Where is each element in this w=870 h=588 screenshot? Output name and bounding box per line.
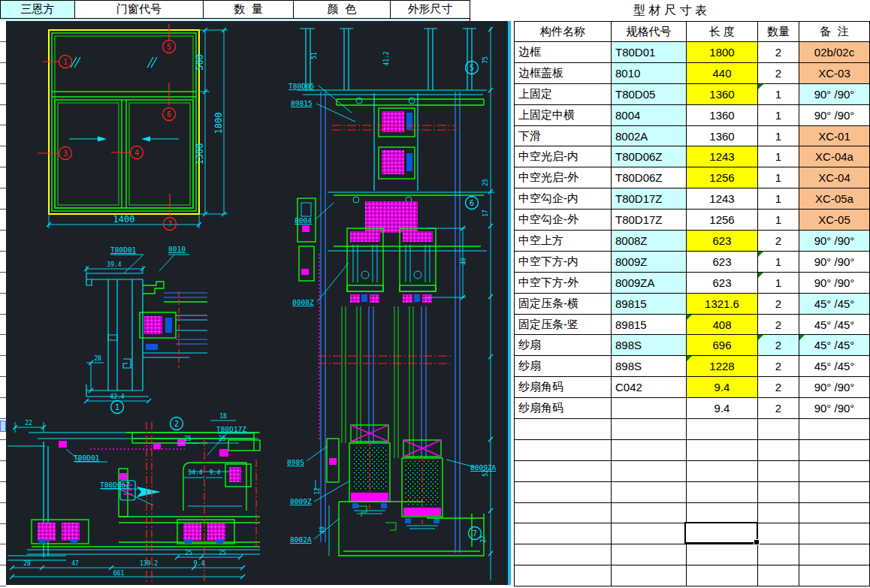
cell-qty[interactable]: 2	[758, 63, 799, 84]
cell-qty[interactable]	[758, 419, 799, 440]
cell-note[interactable]: XC-01	[799, 126, 870, 147]
cell-len[interactable]: 1360	[687, 105, 758, 126]
cell-note[interactable]: XC-05	[799, 210, 870, 231]
cell-note[interactable]: XC-03	[799, 63, 870, 84]
cell-len[interactable]: 440	[687, 63, 758, 84]
cell-note[interactable]: 90° /90°	[799, 252, 870, 273]
cell-code[interactable]: 8008Z	[612, 231, 687, 252]
cell-len[interactable]	[687, 440, 758, 461]
header-remark[interactable]: 备 注	[799, 22, 870, 42]
cell-len[interactable]: 1256	[687, 210, 758, 231]
cell-len[interactable]: 1256	[687, 167, 758, 188]
cell-name[interactable]: 固定压条-横	[515, 294, 612, 315]
cell-name[interactable]	[515, 419, 612, 440]
cell-name[interactable]	[515, 440, 612, 461]
header-quantity[interactable]: 数量	[758, 22, 799, 42]
cell-qty[interactable]: 1	[758, 273, 799, 294]
cell-name[interactable]: 边框	[515, 42, 612, 63]
cell-name[interactable]	[515, 482, 612, 503]
cell-qty[interactable]: 2	[758, 356, 799, 377]
cell-code[interactable]	[612, 440, 687, 461]
cell-qty[interactable]: 2	[758, 398, 799, 419]
cell-code[interactable]	[612, 523, 687, 544]
cell-len[interactable]: 1243	[687, 188, 758, 210]
cell-code[interactable]	[612, 482, 687, 503]
cell-name[interactable]: 中空下方-外	[515, 273, 612, 294]
cell-note[interactable]	[799, 523, 870, 544]
cell-len[interactable]	[687, 503, 758, 524]
cell-qty[interactable]: 1	[758, 105, 799, 126]
cell-name[interactable]: 上固定中横	[515, 105, 612, 126]
cell-code[interactable]	[612, 419, 687, 440]
cell-qty[interactable]	[758, 523, 799, 544]
cell-qty[interactable]	[758, 440, 799, 461]
cell-code[interactable]: C042	[612, 377, 687, 398]
cell-len[interactable]: 623	[687, 231, 758, 252]
cell-name[interactable]: 中空下方-内	[515, 252, 612, 273]
cell-name[interactable]: 纱扇	[515, 335, 612, 356]
cell-code[interactable]	[612, 544, 687, 565]
fill-handle[interactable]	[754, 539, 760, 545]
cell-note[interactable]	[799, 482, 870, 503]
cell-note[interactable]: XC-04	[799, 167, 870, 188]
cell-note[interactable]: 90° /90°	[799, 84, 870, 105]
cell-code[interactable]: T80D05	[612, 84, 687, 105]
cell-code[interactable]: T80D06Z	[612, 167, 687, 188]
cell-len[interactable]: 1321.6	[687, 294, 758, 315]
cell-name[interactable]	[515, 503, 612, 524]
cell-qty[interactable]: 2	[758, 377, 799, 398]
cell-note[interactable]: 90° /90°	[799, 377, 870, 398]
cell-qty[interactable]: 1	[758, 126, 799, 147]
cell-name[interactable]: 纱扇角码	[515, 377, 612, 398]
cell-code[interactable]	[612, 565, 687, 586]
cell-qty[interactable]: 1	[758, 188, 799, 210]
cell-qty[interactable]	[758, 565, 799, 586]
cell-len[interactable]: 1800	[687, 42, 758, 63]
cell-code[interactable]: 8002A	[612, 126, 687, 147]
cell-qty[interactable]: 1	[758, 146, 799, 167]
cell-note[interactable]: XC-05a	[799, 188, 870, 210]
cell-note[interactable]: 02b/02c	[799, 42, 870, 63]
cell-name[interactable]: 边框盖板	[515, 63, 612, 84]
cell-len[interactable]	[687, 419, 758, 440]
cell-note[interactable]: 45° /45°	[799, 294, 870, 315]
header-length[interactable]: 长 度	[687, 22, 758, 42]
cell-len[interactable]	[687, 482, 758, 503]
cell-code[interactable]: T80D06Z	[612, 146, 687, 167]
cell-qty[interactable]	[758, 503, 799, 524]
cell-name[interactable]	[515, 544, 612, 565]
selected-cell[interactable]	[684, 522, 758, 544]
cell-name[interactable]: 下滑	[515, 126, 612, 147]
cell-name[interactable]: 纱扇角码	[515, 398, 612, 419]
cell-code[interactable]: 8010	[612, 63, 687, 84]
cell-code[interactable]: 8004	[612, 105, 687, 126]
cell-len[interactable]	[687, 461, 758, 482]
cell-name[interactable]: 中空光启-内	[515, 146, 612, 167]
cell-code[interactable]: T80D01	[612, 42, 687, 63]
cell-note[interactable]: 90° /90°	[799, 105, 870, 126]
cell-qty[interactable]: 2	[758, 315, 799, 336]
cell-note[interactable]	[799, 419, 870, 440]
cell-code[interactable]: 898S	[612, 335, 687, 356]
cell-qty[interactable]: 2	[758, 335, 799, 356]
cell-name[interactable]: 上固定	[515, 84, 612, 105]
cell-len[interactable]: 1360	[687, 126, 758, 147]
cell-qty[interactable]: 1	[758, 252, 799, 273]
cell-name[interactable]	[515, 461, 612, 482]
cell-note[interactable]: 45° /45°	[799, 335, 870, 356]
cell-len[interactable]: 623	[687, 273, 758, 294]
cell-code[interactable]: 898S	[612, 356, 687, 377]
cell-name[interactable]: 中空勾企-内	[515, 188, 612, 210]
cell-name[interactable]: 中空上方	[515, 231, 612, 252]
cell-qty[interactable]	[758, 482, 799, 503]
cell-note[interactable]: 90° /90°	[799, 273, 870, 294]
cell-len[interactable]: 696	[687, 335, 758, 356]
cell-qty[interactable]: 2	[758, 231, 799, 252]
cell-note[interactable]: 90° /90°	[799, 398, 870, 419]
cell-code[interactable]: T80D17Z	[612, 210, 687, 231]
cell-qty[interactable]: 1	[758, 210, 799, 231]
cell-len[interactable]: 9.4	[687, 377, 758, 398]
cell-note[interactable]: 45° /45°	[799, 356, 870, 377]
cell-name[interactable]: 中空光启-外	[515, 167, 612, 188]
cell-qty[interactable]: 1	[758, 84, 799, 105]
